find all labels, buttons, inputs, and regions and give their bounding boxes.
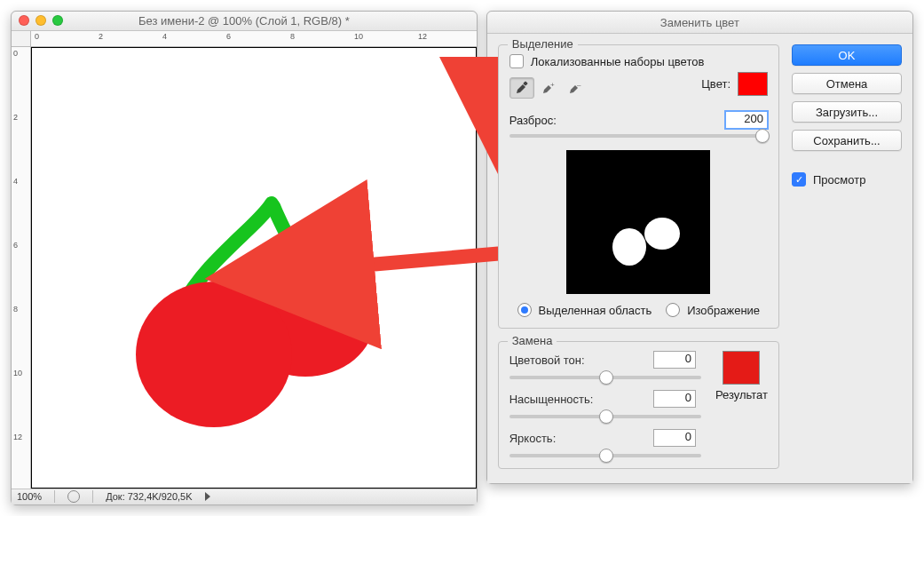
svg-text:–: –	[577, 81, 581, 89]
sample-color-swatch[interactable]	[738, 72, 768, 96]
hue-slider[interactable]	[509, 376, 701, 379]
hue-input[interactable]: 0	[653, 351, 696, 369]
fuzziness-slider[interactable]	[509, 134, 768, 138]
selection-group: Выделение Локализованные наборы цветов +	[498, 44, 779, 329]
result-label: Результат	[715, 388, 768, 401]
radio-image[interactable]	[666, 303, 680, 317]
cancel-button[interactable]: Отмена	[792, 73, 902, 94]
replace-group: Замена Цветовой тон: 0 Насыщенность:	[498, 341, 779, 469]
ruler-horizontal[interactable]: 02468101214	[31, 31, 477, 47]
preview-label: Просмотр	[813, 173, 865, 187]
load-button[interactable]: Загрузить...	[792, 101, 902, 123]
ruler-vertical[interactable]: 02468101214	[12, 47, 31, 489]
svg-rect-2	[523, 81, 528, 86]
color-label: Цвет:	[701, 77, 731, 91]
ok-button[interactable]: OK	[792, 44, 902, 66]
radio-selection-label: Выделенная область	[539, 304, 652, 317]
status-expand-icon[interactable]	[205, 492, 210, 501]
status-bar: 100% Док: 732,4K/920,5K	[12, 489, 477, 505]
localized-label: Локализованные наборы цветов	[531, 55, 705, 68]
canvas[interactable]	[31, 47, 477, 489]
replace-color-dialog: Заменить цвет Выделение Локализованные н…	[486, 11, 913, 484]
light-slider[interactable]	[509, 454, 701, 457]
eyedropper-plus-icon[interactable]: +	[536, 77, 561, 99]
selection-preview	[566, 150, 710, 294]
light-input[interactable]: 0	[653, 429, 696, 447]
light-label: Яркость:	[509, 432, 607, 445]
sat-input[interactable]: 0	[653, 390, 696, 408]
svg-text:+: +	[550, 81, 555, 89]
preview-checkbox[interactable]	[792, 172, 806, 187]
eyedropper-icon[interactable]	[509, 77, 534, 99]
ruler-origin[interactable]	[12, 31, 31, 47]
save-button[interactable]: Сохранить...	[792, 130, 902, 151]
fuzziness-input[interactable]: 200	[725, 111, 768, 129]
radio-selection[interactable]	[517, 303, 532, 317]
dialog-titlebar[interactable]: Заменить цвет	[487, 12, 912, 34]
hue-label: Цветовой тон:	[509, 354, 607, 367]
sat-slider[interactable]	[509, 415, 701, 418]
svg-point-1	[136, 282, 292, 427]
globe-icon[interactable]	[67, 490, 80, 503]
radio-image-label: Изображение	[687, 304, 760, 317]
eyedropper-minus-icon[interactable]: –	[563, 77, 588, 99]
close-icon[interactable]	[19, 15, 29, 26]
selection-legend: Выделение	[508, 37, 578, 51]
dialog-title: Заменить цвет	[494, 16, 905, 29]
localized-checkbox[interactable]	[509, 54, 524, 68]
minimize-icon[interactable]	[36, 15, 46, 26]
zoom-icon[interactable]	[52, 15, 63, 26]
replace-legend: Замена	[508, 334, 557, 347]
fuzziness-label: Разброс:	[509, 114, 563, 127]
document-window: Без имени-2 @ 100% (Слой 1, RGB/8) * 024…	[11, 11, 478, 505]
result-color-swatch[interactable]	[723, 351, 760, 385]
doc-titlebar[interactable]: Без имени-2 @ 100% (Слой 1, RGB/8) *	[12, 12, 477, 31]
sat-label: Насыщенность:	[509, 393, 607, 406]
zoom-level[interactable]: 100%	[17, 491, 42, 502]
doc-title: Без имени-2 @ 100% (Слой 1, RGB/8) *	[19, 14, 470, 28]
doc-size: Док: 732,4K/920,5K	[106, 491, 192, 502]
